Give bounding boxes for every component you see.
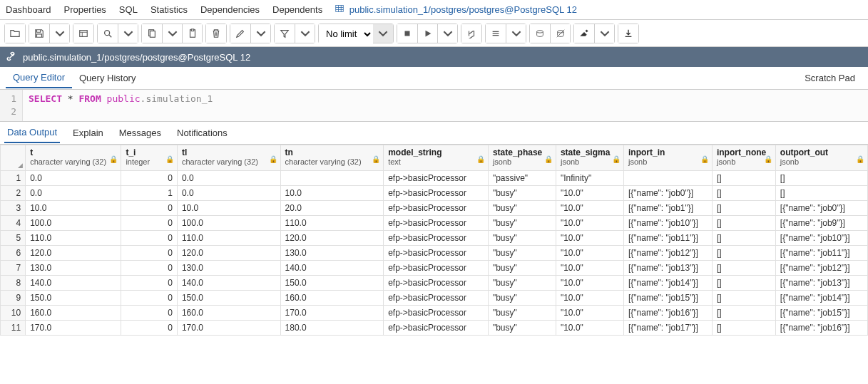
cell[interactable]: [] [775, 171, 867, 186]
open-file-button[interactable] [5, 24, 25, 43]
cell[interactable]: efp->basicProcessor [384, 201, 489, 216]
cell[interactable]: 0 [121, 216, 178, 231]
paste-button[interactable] [182, 24, 202, 43]
cell[interactable]: [] [712, 261, 775, 276]
cell[interactable]: [{"name": "job12"}] [775, 261, 867, 276]
cell[interactable]: 0 [121, 231, 178, 246]
cell[interactable]: [] [712, 231, 775, 246]
cell[interactable] [623, 171, 712, 186]
cell[interactable]: efp->basicProcessor [384, 261, 489, 276]
result-grid-wrap[interactable]: tcharacter varying (32)🔒t_iinteger🔒tlcha… [0, 145, 868, 373]
rollback-button[interactable] [550, 24, 570, 43]
table-row[interactable]: 20.010.010.0efp->basicProcessor"busy""10… [1, 186, 868, 201]
cell[interactable]: 0 [121, 261, 178, 276]
find-button[interactable] [98, 24, 118, 43]
cell[interactable]: efp->basicProcessor [384, 321, 489, 336]
delete-button[interactable] [206, 24, 226, 43]
clear-dropdown[interactable] [594, 24, 614, 43]
commit-button[interactable] [530, 24, 550, 43]
cell[interactable]: "busy" [488, 321, 556, 336]
cell[interactable]: [] [712, 321, 775, 336]
tab-messages[interactable]: Messages [116, 123, 164, 142]
cell[interactable]: 110.0 [177, 231, 280, 246]
column-header[interactable]: state_phasejsonb🔒 [488, 145, 556, 171]
edit-button[interactable] [230, 24, 250, 43]
filter-dropdown[interactable] [295, 24, 315, 43]
cell[interactable]: [] [712, 276, 775, 291]
cell[interactable]: [] [712, 291, 775, 306]
cell[interactable]: 120.0 [177, 246, 280, 261]
tab-dependencies[interactable]: Dependencies [200, 1, 260, 18]
cell[interactable]: "10.0" [556, 201, 623, 216]
cell[interactable]: [{"name": "job14"}] [623, 276, 712, 291]
tab-dependents[interactable]: Dependents [272, 1, 322, 18]
row-limit-select[interactable]: No limit [319, 24, 373, 44]
cell[interactable]: [] [712, 216, 775, 231]
cell[interactable]: [{"name": "job10"}] [775, 231, 867, 246]
copy-button[interactable] [142, 24, 162, 43]
cell[interactable]: 170.0 [177, 321, 280, 336]
cell[interactable]: 150.0 [177, 291, 280, 306]
cell[interactable]: 0.0 [177, 186, 280, 201]
cell[interactable]: 130.0 [177, 261, 280, 276]
column-header[interactable]: t_iinteger🔒 [121, 145, 178, 171]
table-row[interactable]: 8140.00140.0150.0efp->basicProcessor"bus… [1, 276, 868, 291]
row-number[interactable]: 1 [1, 171, 26, 186]
edit-dropdown[interactable] [250, 24, 270, 43]
cell[interactable]: [{"name": "job13"}] [623, 261, 712, 276]
column-header[interactable]: tcharacter varying (32)🔒 [26, 145, 121, 171]
row-number[interactable]: 5 [1, 231, 26, 246]
tab-notifications[interactable]: Notifications [174, 123, 230, 142]
table-row[interactable]: 5110.00110.0120.0efp->basicProcessor"bus… [1, 231, 868, 246]
cell[interactable]: efp->basicProcessor [384, 186, 489, 201]
cell[interactable]: "10.0" [556, 321, 623, 336]
download-button[interactable] [618, 24, 638, 43]
execute-dropdown[interactable] [437, 24, 457, 43]
cell[interactable]: efp->basicProcessor [384, 306, 489, 321]
cell[interactable]: [{"name": "job15"}] [775, 306, 867, 321]
table-row[interactable]: 4100.00100.0110.0efp->basicProcessor"bus… [1, 216, 868, 231]
cell[interactable]: 140.0 [26, 276, 121, 291]
cell[interactable]: efp->basicProcessor [384, 276, 489, 291]
column-header[interactable]: state_sigmajsonb🔒 [556, 145, 623, 171]
cell[interactable]: [{"name": "job10"}] [623, 216, 712, 231]
sql-code[interactable]: SELECT * FROM public.simulation_1 [23, 90, 218, 121]
tab-dashboard[interactable]: Dashboard [6, 1, 51, 18]
cell[interactable]: "Infinity" [556, 171, 623, 186]
cell[interactable]: 0.0 [26, 186, 121, 201]
cell[interactable]: 10.0 [280, 186, 384, 201]
row-number[interactable]: 2 [1, 186, 26, 201]
cell[interactable]: efp->basicProcessor [384, 216, 489, 231]
cell[interactable]: 180.0 [280, 321, 384, 336]
cell[interactable]: 140.0 [280, 261, 384, 276]
cell[interactable]: "busy" [488, 186, 556, 201]
row-limit-chevron[interactable] [373, 24, 393, 43]
cell[interactable]: [{"name": "job11"}] [623, 231, 712, 246]
cell[interactable]: [{"name": "job17"}] [623, 321, 712, 336]
cell[interactable]: [] [712, 306, 775, 321]
cell[interactable]: efp->basicProcessor [384, 231, 489, 246]
tab-statistics[interactable]: Statistics [150, 1, 188, 18]
sql-editor[interactable]: 1 2 SELECT * FROM public.simulation_1 [0, 90, 868, 122]
cell[interactable]: [{"name": "job14"}] [775, 291, 867, 306]
explain-analyze-dropdown[interactable] [506, 24, 526, 43]
column-header[interactable]: outport_outjsonb🔒 [775, 145, 867, 171]
save-dropdown[interactable] [49, 24, 69, 43]
cell[interactable]: 0 [121, 321, 178, 336]
stop-button[interactable] [397, 24, 417, 43]
cell[interactable]: [] [712, 201, 775, 216]
find-dropdown[interactable] [118, 24, 138, 43]
column-header[interactable]: tncharacter varying (32)🔒 [280, 145, 384, 171]
tab-query-history[interactable]: Query History [72, 68, 143, 88]
cell[interactable]: 100.0 [26, 216, 121, 231]
tab-properties[interactable]: Properties [64, 1, 106, 18]
cell[interactable]: 100.0 [177, 216, 280, 231]
column-header[interactable]: model_stringtext🔒 [384, 145, 489, 171]
cell[interactable]: 110.0 [280, 216, 384, 231]
cell[interactable]: "10.0" [556, 246, 623, 261]
cell[interactable]: 120.0 [26, 246, 121, 261]
cell[interactable]: 130.0 [26, 261, 121, 276]
row-number[interactable]: 11 [1, 321, 26, 336]
table-row[interactable]: 10.000.0efp->basicProcessor"passive""Inf… [1, 171, 868, 186]
cell[interactable]: 1 [121, 186, 178, 201]
